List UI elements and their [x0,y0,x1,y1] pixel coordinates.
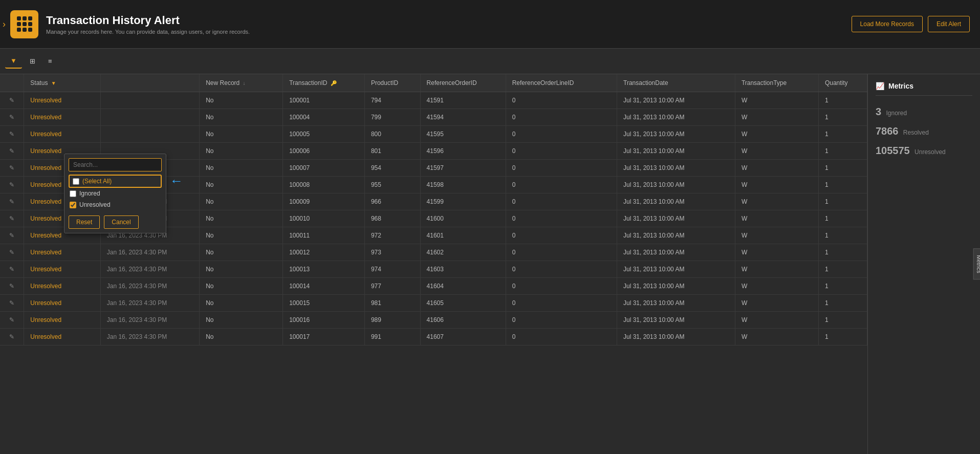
row-quantity-cell: 1 [818,295,867,312]
row-reference-order-id-cell: 41598 [420,177,506,193]
menu-button[interactable]: ≡ [43,54,57,68]
row-reference-order-id-cell: 41604 [420,278,506,295]
page-title: Transaction History Alert [46,14,250,27]
filter-unresolved-checkbox[interactable] [70,202,76,208]
row-quantity-cell: 1 [818,193,867,210]
grid-icon [17,16,32,32]
row-edit-cell[interactable]: ✎ [0,109,24,126]
row-transaction-date-cell: Jul 31, 2013 10:00 AM [617,278,735,295]
filter-unresolved-label[interactable]: Unresolved [79,201,111,208]
row-transaction-date-cell: Jul 31, 2013 10:00 AM [617,244,735,261]
row-transaction-type-cell: W [735,160,818,177]
row-edit-cell[interactable]: ✎ [0,210,24,227]
row-reference-order-id-cell: 41606 [420,312,506,329]
metric-unresolved-label: Unresolved [914,148,946,156]
row-edit-cell[interactable]: ✎ [0,177,24,193]
row-transaction-type-cell: W [735,109,818,126]
row-new-record-cell: No [200,143,283,160]
filter-cancel-button[interactable]: Cancel [104,215,138,229]
row-edit-cell[interactable]: ✎ [0,143,24,160]
col-product-id-header[interactable]: ProductID [364,74,420,92]
row-transaction-date-cell: Jul 31, 2013 10:00 AM [617,295,735,312]
row-reference-order-id-cell: 41602 [420,244,506,261]
row-new-record-cell: No [200,329,283,345]
row-quantity-cell: 1 [818,227,867,244]
row-product-id-cell: 799 [364,109,420,126]
filter-ignored-option[interactable]: Ignored [69,188,162,199]
table-row: ✎ Unresolved Jan 16, 2023 4:30 PM No 100… [0,278,867,295]
filter-ignored-checkbox[interactable] [70,190,76,197]
filter-select-all-checkbox[interactable] [73,178,79,185]
grid-view-button[interactable]: ⊞ [25,54,40,68]
row-new-record-cell: No [200,126,283,143]
row-status-cell: Unresolved [24,92,100,109]
row-transaction-type-cell: W [735,143,818,160]
row-transaction-id-cell: 100009 [283,193,365,210]
row-date-cell: Jan 16, 2023 4:30 PM [100,261,199,278]
row-edit-cell[interactable]: ✎ [0,160,24,177]
row-edit-cell[interactable]: ✎ [0,329,24,345]
filter-select-all-label[interactable]: (Select All) [82,178,112,185]
row-transaction-id-cell: 100005 [283,126,365,143]
row-new-record-cell: No [200,244,283,261]
filter-search-input[interactable] [69,158,162,171]
row-edit-cell[interactable]: ✎ [0,261,24,278]
metrics-chart-icon: 📈 [876,82,884,90]
filter-unresolved-option[interactable]: Unresolved [69,199,162,210]
row-transaction-type-cell: W [735,261,818,278]
col-transaction-date-header[interactable]: TransactionDate [617,74,735,92]
metrics-tab[interactable]: Metrics [973,248,980,279]
metric-resolved-count: 7866 [876,125,899,137]
row-edit-cell[interactable]: ✎ [0,227,24,244]
col-status-header[interactable]: Status ▼ [24,74,100,92]
row-reference-order-line-id-cell: 0 [506,295,617,312]
table-row: ✎ Unresolved Jan 16, 2023 4:30 PM No 100… [0,244,867,261]
app-logo [10,10,38,38]
row-edit-cell[interactable]: ✎ [0,92,24,109]
toolbar: ▼ ⊞ ≡ [0,49,980,74]
row-edit-cell[interactable]: ✎ [0,126,24,143]
row-edit-cell[interactable]: ✎ [0,312,24,329]
col-transaction-id-header[interactable]: TransactionID 🔑 [283,74,365,92]
row-reference-order-line-id-cell: 0 [506,210,617,227]
row-reference-order-line-id-cell: 0 [506,261,617,278]
new-record-sort-icon: ↓ [243,80,246,86]
filter-ignored-label[interactable]: Ignored [79,190,100,197]
metrics-heading: Metrics [888,82,913,90]
row-date-cell: Jan 16, 2023 4:30 PM [100,295,199,312]
col-reference-order-line-id-header[interactable]: ReferenceOrderLineID [506,74,617,92]
grid-view-icon: ⊞ [30,57,35,65]
row-edit-cell[interactable]: ✎ [0,295,24,312]
col-transaction-type-header[interactable]: TransactionType [735,74,818,92]
col-reference-order-id-header[interactable]: ReferenceOrderID [420,74,506,92]
col-quantity-header[interactable]: Quantity [818,74,867,92]
row-new-record-cell: No [200,193,283,210]
row-status-cell: Unresolved [24,261,100,278]
filter-select-all-option[interactable]: (Select All) [69,175,162,188]
row-edit-cell[interactable]: ✎ [0,278,24,295]
row-product-id-cell: 794 [364,92,420,109]
load-more-button[interactable]: Load More Records [852,16,923,32]
metric-resolved-label: Resolved [903,129,929,136]
row-reference-order-id-cell: 41603 [420,261,506,278]
row-edit-cell[interactable]: ✎ [0,244,24,261]
col-new-record-header[interactable]: New Record ↓ [200,74,283,92]
row-new-record-cell: No [200,210,283,227]
filter-reset-button[interactable]: Reset [69,215,100,229]
filter-button[interactable]: ▼ [5,54,22,69]
row-edit-cell[interactable]: ✎ [0,193,24,210]
table-wrapper[interactable]: Status ▼ New Record ↓ TransactionID 🔑 Pr… [0,74,867,454]
row-reference-order-id-cell: 41607 [420,329,506,345]
row-transaction-date-cell: Jul 31, 2013 10:00 AM [617,227,735,244]
row-product-id-cell: 989 [364,312,420,329]
row-reference-order-id-cell: 41595 [420,126,506,143]
sidebar-toggle[interactable]: › [0,16,8,32]
row-product-id-cell: 801 [364,143,420,160]
edit-alert-button[interactable]: Edit Alert [928,16,970,32]
row-transaction-date-cell: Jul 31, 2013 10:00 AM [617,109,735,126]
row-date-cell [100,92,199,109]
row-status-cell: Unresolved [24,329,100,345]
row-reference-order-id-cell: 41594 [420,109,506,126]
row-reference-order-line-id-cell: 0 [506,160,617,177]
row-status-cell: Unresolved [24,244,100,261]
